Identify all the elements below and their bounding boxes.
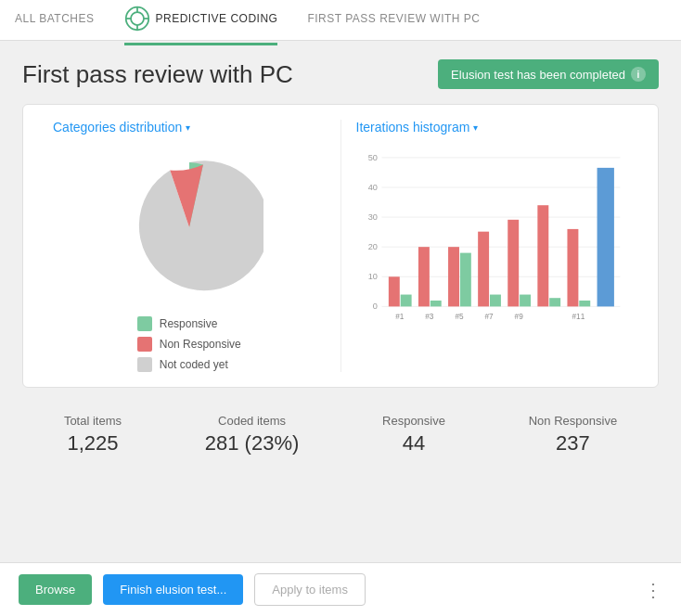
stat-responsive: Responsive 44 xyxy=(382,414,445,456)
info-icon: i xyxy=(631,67,646,82)
legend-label-non-responsive: Non Responsive xyxy=(160,338,241,351)
legend-item-not-coded: Not coded yet xyxy=(137,357,241,372)
svg-text:40: 40 xyxy=(367,183,377,192)
elusion-badge[interactable]: Elusion test has been completed i xyxy=(438,59,659,89)
non-responsive-label: Non Responsive xyxy=(529,414,617,428)
svg-text:#11: #11 xyxy=(572,313,585,321)
stats-row: Total items 1,225 Coded items 281 (23%) … xyxy=(22,403,659,470)
svg-text:#5: #5 xyxy=(455,313,464,321)
responsive-value: 44 xyxy=(382,431,445,456)
coded-items-label: Coded items xyxy=(205,414,300,428)
svg-text:0: 0 xyxy=(372,302,377,311)
coded-items-value: 281 (23%) xyxy=(205,431,300,456)
bottom-action-bar: Browse Finish elusion test... Apply to i… xyxy=(0,562,681,616)
legend-item-non-responsive: Non Responsive xyxy=(137,337,241,352)
bar-10-r xyxy=(549,298,560,306)
browse-button[interactable]: Browse xyxy=(19,574,92,605)
charts-card: Categories distribution ▾ xyxy=(22,104,659,388)
bar-1-r xyxy=(400,295,411,307)
total-items-value: 1,225 xyxy=(64,431,122,456)
svg-text:#7: #7 xyxy=(484,313,494,321)
bar-7-r xyxy=(489,295,500,307)
top-navigation: ALL BATCHES PREDICTIVE CODING FIRST PASS… xyxy=(0,0,681,41)
legend-label-responsive: Responsive xyxy=(160,317,218,330)
total-items-label: Total items xyxy=(64,414,122,428)
svg-text:30: 30 xyxy=(367,212,377,222)
bar-9-nr xyxy=(508,220,519,307)
chevron-down-icon: ▾ xyxy=(186,122,190,133)
apply-to-items-button[interactable]: Apply to items xyxy=(254,573,366,606)
bar-3-r xyxy=(430,301,441,306)
legend-color-not-coded xyxy=(137,357,152,372)
header-row: First pass review with PC Elusion test h… xyxy=(22,59,659,89)
nav-item-predictive-coding[interactable]: PREDICTIVE CODING xyxy=(124,0,278,45)
bar-5-nr xyxy=(448,247,459,306)
legend-item-responsive: Responsive xyxy=(137,316,241,331)
nav-item-first-pass-review[interactable]: FIRST PASS REVIEW WITH PC xyxy=(307,1,480,39)
iterations-section: Iterations histogram ▾ 50 xyxy=(341,120,644,372)
stat-non-responsive: Non Responsive 237 xyxy=(529,414,617,456)
bar-chart: 50 40 30 20 10 0 #1 xyxy=(356,146,629,331)
pie-legend: Responsive Non Responsive Not coded yet xyxy=(137,316,241,372)
page-title: First pass review with PC xyxy=(22,60,293,89)
legend-color-responsive xyxy=(137,316,152,331)
bar-10-nr xyxy=(537,205,548,306)
elusion-badge-text: Elusion test has been completed xyxy=(451,68,625,82)
bar-5-r xyxy=(459,253,470,307)
bar-chart-svg: 50 40 30 20 10 0 #1 xyxy=(356,146,629,331)
nav-item-all-batches[interactable]: ALL BATCHES xyxy=(15,1,95,39)
pie-container: Responsive Non Responsive Not coded yet xyxy=(53,146,326,372)
stat-total-items: Total items 1,225 xyxy=(64,414,122,456)
bar-7-nr xyxy=(478,232,489,307)
svg-text:20: 20 xyxy=(367,242,377,251)
main-content: First pass review with PC Elusion test h… xyxy=(0,41,681,489)
iterations-title[interactable]: Iterations histogram ▾ xyxy=(356,120,629,135)
bar-11-r xyxy=(579,301,590,306)
categories-title-text: Categories distribution xyxy=(53,120,182,135)
svg-text:#3: #3 xyxy=(425,313,434,321)
svg-text:#9: #9 xyxy=(514,313,523,321)
chevron-down-icon-2: ▾ xyxy=(473,122,478,133)
svg-text:10: 10 xyxy=(367,272,377,281)
finish-elusion-button[interactable]: Finish elusion test... xyxy=(103,574,243,605)
nav-predictive-coding-label: PREDICTIVE CODING xyxy=(156,12,278,25)
bar-9-r xyxy=(520,295,531,307)
categories-title[interactable]: Categories distribution ▾ xyxy=(53,120,326,135)
bar-11b-blue xyxy=(597,168,613,307)
bar-11-nr xyxy=(567,229,578,306)
responsive-label: Responsive xyxy=(382,414,445,428)
svg-text:50: 50 xyxy=(367,153,377,162)
bar-1-nr xyxy=(388,276,399,306)
non-responsive-value: 237 xyxy=(529,431,617,456)
categories-section: Categories distribution ▾ xyxy=(38,120,341,372)
svg-point-1 xyxy=(131,12,144,25)
stat-coded-items: Coded items 281 (23%) xyxy=(205,414,300,456)
pie-chart xyxy=(115,153,263,302)
svg-text:#1: #1 xyxy=(395,313,405,321)
iterations-title-text: Iterations histogram xyxy=(356,120,470,135)
more-options-icon[interactable]: ⋮ xyxy=(644,579,662,601)
legend-label-not-coded: Not coded yet xyxy=(160,358,228,371)
bar-3-nr xyxy=(418,247,429,306)
legend-color-non-responsive xyxy=(137,337,152,352)
